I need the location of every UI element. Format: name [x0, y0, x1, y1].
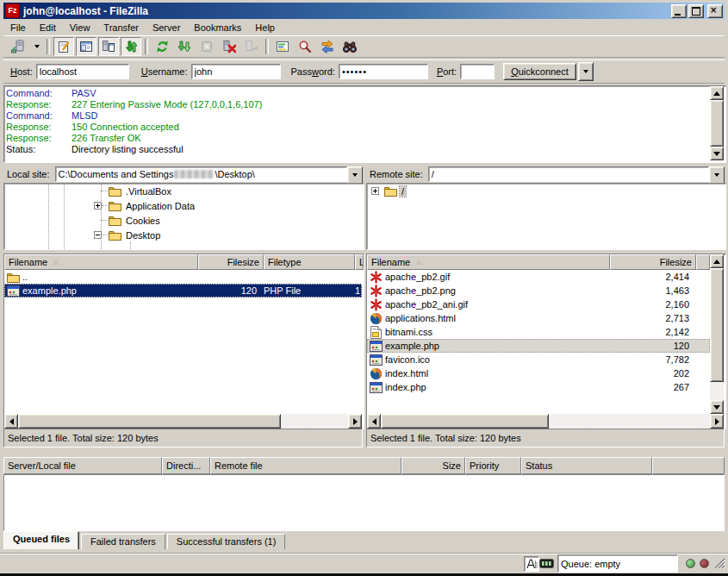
minimize-button[interactable] — [671, 4, 687, 18]
maximize-button[interactable] — [688, 4, 704, 18]
remote-directory-tree[interactable]: / — [366, 183, 726, 250]
remote-site-combo[interactable]: / — [428, 166, 725, 182]
menu-item-edit[interactable]: Edit — [33, 21, 63, 35]
directory-comparison-button[interactable] — [295, 37, 315, 56]
scrollbar-thumb[interactable] — [710, 268, 724, 382]
scrollbar-thumb[interactable] — [710, 100, 724, 147]
password-input[interactable] — [339, 64, 428, 79]
filter-button[interactable] — [272, 37, 293, 56]
file-row-favicon-ico[interactable]: favicon.ico7,782 — [367, 353, 710, 366]
column-header-filesize[interactable]: Filesize — [610, 254, 696, 270]
horizontal-scrollbar[interactable] — [4, 414, 362, 429]
remote-site-dropdown-button[interactable] — [709, 166, 725, 184]
file-row-index-html[interactable]: index.html202 — [367, 366, 710, 380]
filezilla-app-icon[interactable]: Fz — [5, 3, 20, 18]
quickconnect-button[interactable]: Quickconnect — [503, 63, 576, 80]
column-header-filesize[interactable]: Filesize — [198, 254, 264, 270]
horizontal-scrollbar[interactable] — [367, 414, 724, 429]
file-row-example-php[interactable]: example.php120 — [367, 339, 710, 353]
local-site-path[interactable]: C:\Documents and Settings\Desktop\ — [55, 166, 347, 182]
tree-item-desktop[interactable]: Desktop — [4, 228, 364, 242]
synchronized-browsing-button[interactable] — [317, 37, 338, 56]
column-header-filler — [696, 254, 710, 270]
file-row-apache-pb2-gif[interactable]: apache_pb2.gif2,414 — [367, 270, 710, 284]
scrollbar-thumb[interactable] — [381, 414, 549, 429]
username-input[interactable] — [191, 64, 281, 79]
process-queue-button[interactable] — [174, 37, 195, 56]
scroll-right-button[interactable] — [348, 414, 362, 429]
tree-item--virtualbox[interactable]: .VirtualBox — [4, 184, 364, 198]
tree-item-application-data[interactable]: Application Data — [4, 198, 364, 213]
toggle-local-tree-button[interactable] — [76, 37, 96, 56]
remote-file-list[interactable]: FilenameFilesizeapache_pb2.gif2,414apach… — [366, 254, 726, 429]
tab-successful-transfers-1-[interactable]: Successful transfers (1) — [167, 534, 286, 549]
file-row-applications-html[interactable]: applications.html2,713 — [367, 311, 710, 325]
column-header-l[interactable]: L — [355, 254, 364, 270]
tree-item-cookies[interactable]: Cookies — [4, 213, 364, 228]
tab-failed-transfers[interactable]: Failed transfers — [81, 534, 165, 549]
host-input[interactable] — [36, 64, 129, 79]
file-size-cell: 2,713 — [610, 313, 696, 323]
queue-column-server-local-file[interactable]: Server/Local file — [3, 457, 162, 474]
toggle-message-log-button[interactable] — [53, 37, 74, 56]
port-input[interactable] — [460, 64, 495, 79]
file-row-apache-pb2-png[interactable]: apache_pb2.png1,463 — [367, 284, 710, 297]
title-bar[interactable]: Fz john@localhost - FileZilla × — [3, 3, 725, 19]
find-files-button[interactable] — [339, 37, 360, 56]
queue-column-priority[interactable]: Priority — [465, 457, 521, 474]
file-row-index-php[interactable]: index.php267 — [367, 380, 710, 394]
local-file-list[interactable]: FilenameFilesizeFiletypeL..example.php12… — [3, 254, 364, 429]
local-directory-tree[interactable]: .VirtualBoxApplication DataCookiesDeskto… — [3, 183, 364, 250]
tree-item-root[interactable]: / — [367, 184, 725, 198]
site-manager-dropdown-button[interactable] — [30, 37, 43, 56]
vertical-scrollbar[interactable] — [710, 254, 724, 414]
file-row-bitnami-css[interactable]: bitnami.css2,142 — [367, 325, 710, 339]
file-size-cell: 2,142 — [610, 327, 696, 337]
menu-item-bookmarks[interactable]: Bookmarks — [187, 21, 248, 35]
file-row-apache-pb2-ani-gif[interactable]: apache_pb2_ani.gif2,160 — [367, 297, 710, 311]
file-row-example-php[interactable]: example.php120PHP File1 — [4, 284, 362, 297]
local-site-combo[interactable]: C:\Documents and Settings\Desktop\ — [55, 166, 363, 182]
refresh-button[interactable] — [152, 37, 172, 56]
scroll-down-button[interactable] — [710, 147, 724, 160]
disconnect-button[interactable] — [219, 37, 240, 56]
queue-column-directi-[interactable]: Directi... — [162, 457, 210, 474]
site-manager-button[interactable] — [8, 37, 28, 56]
scroll-up-button[interactable] — [710, 86, 724, 100]
queue-body[interactable] — [3, 474, 725, 531]
remote-site-path[interactable]: / — [428, 166, 709, 182]
toggle-remote-tree-button[interactable] — [98, 37, 119, 56]
log-line-label: Response: — [6, 99, 72, 110]
menu-item-help[interactable]: Help — [248, 21, 282, 35]
resize-grip[interactable] — [714, 558, 725, 569]
scroll-up-button[interactable] — [710, 254, 724, 268]
local-site-dropdown-button[interactable] — [347, 166, 363, 184]
close-button[interactable]: × — [707, 4, 723, 18]
scroll-left-button[interactable] — [367, 414, 381, 429]
tab-queued-files[interactable]: Queued files — [3, 531, 79, 549]
queue-column-status[interactable]: Status — [521, 457, 652, 474]
collapse-minus-icon[interactable] — [94, 231, 102, 239]
scroll-down-button[interactable] — [710, 400, 724, 414]
reconnect-button[interactable] — [241, 37, 262, 56]
queue-column-remote-file[interactable]: Remote file — [210, 457, 401, 474]
column-header-filetype[interactable]: Filetype — [264, 254, 355, 270]
expand-plus-icon[interactable] — [371, 187, 379, 195]
quickconnect-dropdown-button[interactable] — [578, 62, 594, 81]
expand-plus-icon[interactable] — [94, 202, 102, 210]
file-row--[interactable]: .. — [4, 270, 362, 284]
cancel-operation-button[interactable] — [196, 37, 217, 56]
scroll-right-button[interactable] — [710, 414, 724, 429]
column-header-filename[interactable]: Filename — [367, 254, 610, 270]
menu-item-view[interactable]: View — [63, 21, 97, 35]
menu-item-file[interactable]: File — [3, 21, 33, 35]
queue-column-size[interactable]: Size — [401, 457, 465, 474]
menu-item-server[interactable]: Server — [146, 21, 187, 35]
column-header-filename[interactable]: Filename — [4, 254, 198, 270]
scroll-left-button[interactable] — [4, 414, 18, 429]
scrollbar-thumb[interactable] — [18, 414, 281, 429]
tree-item-label: Cookies — [124, 216, 162, 226]
menu-item-transfer[interactable]: Transfer — [96, 21, 146, 35]
toggle-queue-button[interactable] — [121, 37, 141, 56]
vertical-scrollbar[interactable] — [710, 86, 724, 160]
